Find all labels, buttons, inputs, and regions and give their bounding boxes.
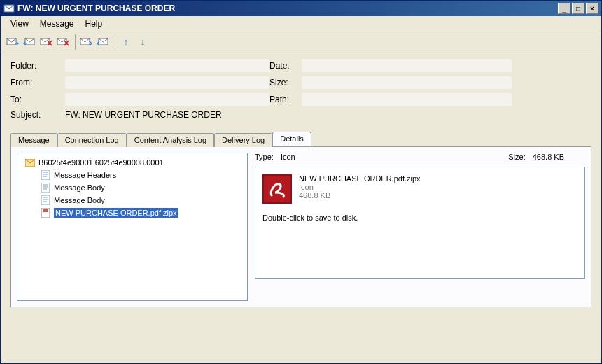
tree-item-headers-label: Message Headers — [54, 171, 116, 179]
subject-value: FW: NEW URGENT PURCHASE ORDER — [65, 110, 222, 120]
mail-reply-icon[interactable] — [22, 34, 37, 50]
details-panel: B6025f4e90001.6025f4e90008.0001 Message … — [10, 146, 592, 307]
tree-root-label: B6025f4e90001.6025f4e90008.0001 — [38, 158, 164, 167]
attachment-info: NEW PURCHASE ORDER.pdf.zipx Icon 468.8 K… — [299, 174, 421, 204]
tab-content-analysis-log[interactable]: Content Analysis Log — [127, 133, 214, 147]
toolbar-separator-2 — [115, 34, 115, 50]
tab-message[interactable]: Message — [10, 133, 57, 147]
attachment-name: NEW PURCHASE ORDER.pdf.zipx — [299, 174, 421, 183]
from-value — [65, 76, 270, 89]
toolbar-separator — [75, 34, 76, 50]
tree-item-body-1[interactable]: Message Body — [22, 181, 243, 194]
envelope-icon — [24, 157, 36, 168]
arrow-down-icon[interactable]: ↓ — [135, 34, 150, 50]
tree-item-attachment[interactable]: NEW PURCHASE ORDER.pdf.zipx — [22, 206, 243, 219]
message-header-panel: Folder: Date: From: Size: To: — [1, 52, 601, 130]
close-button[interactable]: × — [586, 3, 598, 14]
attachment-file[interactable]: NEW PURCHASE ORDER.pdf.zipx Icon 468.8 K… — [262, 174, 578, 204]
minimize-button[interactable]: _ — [558, 3, 570, 14]
file-icon — [40, 207, 51, 218]
page-icon — [40, 195, 51, 206]
attachment-size: 468.8 KB — [299, 191, 421, 200]
message-tree[interactable]: B6025f4e90001.6025f4e90008.0001 Message … — [17, 153, 248, 301]
tree-item-body-2-label: Message Body — [54, 196, 105, 204]
svg-rect-16 — [41, 183, 50, 192]
tab-connection-log[interactable]: Connection Log — [57, 133, 127, 147]
to-value — [65, 93, 270, 106]
menu-bar: View Message Help — [1, 16, 601, 31]
mail-in-icon[interactable] — [78, 34, 94, 50]
date-value — [302, 59, 512, 72]
menu-help[interactable]: Help — [80, 17, 108, 31]
folder-label: Folder: — [10, 61, 65, 71]
folder-value — [65, 59, 270, 72]
window-controls: _ □ × — [558, 3, 598, 14]
page-icon — [40, 182, 51, 193]
menu-message[interactable]: Message — [34, 17, 80, 31]
maximize-button[interactable]: □ — [572, 3, 584, 14]
detail-size-value: 468.8 KB — [533, 153, 564, 161]
window-title: FW: NEW URGENT PURCHASE ORDER — [18, 4, 558, 13]
path-value — [302, 93, 512, 106]
tree-item-body-2[interactable]: Message Body — [22, 194, 243, 206]
size-label: Size: — [270, 78, 302, 88]
page-icon — [40, 169, 51, 181]
tree-root[interactable]: B6025f4e90001.6025f4e90008.0001 — [22, 156, 243, 169]
tree-item-headers[interactable]: Message Headers — [22, 169, 243, 181]
title-bar: FW: NEW URGENT PURCHASE ORDER _ □ × — [1, 1, 601, 16]
tree-item-body-1-label: Message Body — [54, 183, 105, 192]
svg-rect-20 — [41, 195, 50, 205]
date-label: Date: — [270, 61, 302, 71]
svg-rect-25 — [43, 209, 48, 212]
mail-delete-2-icon[interactable] — [55, 34, 71, 50]
tab-strip: Message Connection Log Content Analysis … — [1, 130, 601, 146]
tab-delivery-log[interactable]: Delivery Log — [214, 133, 272, 147]
attachment-detail: Type: Icon Size: 468.8 KB — [255, 153, 585, 301]
path-label: Path: — [270, 94, 302, 104]
from-label: From: — [10, 78, 65, 88]
svg-rect-27 — [264, 176, 290, 202]
menu-view[interactable]: View — [5, 17, 34, 31]
tree-item-attachment-label: NEW PURCHASE ORDER.pdf.zipx — [54, 208, 178, 218]
detail-header: Type: Icon Size: 468.8 KB — [255, 153, 585, 161]
mail-delete-icon[interactable] — [38, 34, 54, 50]
detail-type-label: Type: — [255, 153, 274, 161]
detail-type-value: Icon — [281, 153, 295, 161]
size-value — [302, 76, 512, 89]
svg-rect-12 — [41, 170, 50, 180]
mail-forward-icon[interactable] — [5, 34, 20, 50]
subject-label: Subject: — [10, 110, 65, 120]
app-window: FW: NEW URGENT PURCHASE ORDER _ □ × View… — [0, 0, 602, 364]
mail-out-icon[interactable] — [95, 34, 111, 50]
adobe-pdf-icon — [262, 174, 292, 204]
toolbar: ↑ ↓ — [1, 31, 601, 52]
detail-body: NEW PURCHASE ORDER.pdf.zipx Icon 468.8 K… — [255, 167, 585, 279]
tab-details[interactable]: Details — [272, 132, 312, 146]
save-hint: Double-click to save to disk. — [262, 214, 578, 222]
app-icon — [4, 3, 15, 14]
detail-size-label: Size: — [508, 153, 525, 161]
to-label: To: — [10, 94, 65, 104]
arrow-up-icon[interactable]: ↑ — [118, 34, 134, 50]
attachment-kind: Icon — [299, 183, 421, 191]
